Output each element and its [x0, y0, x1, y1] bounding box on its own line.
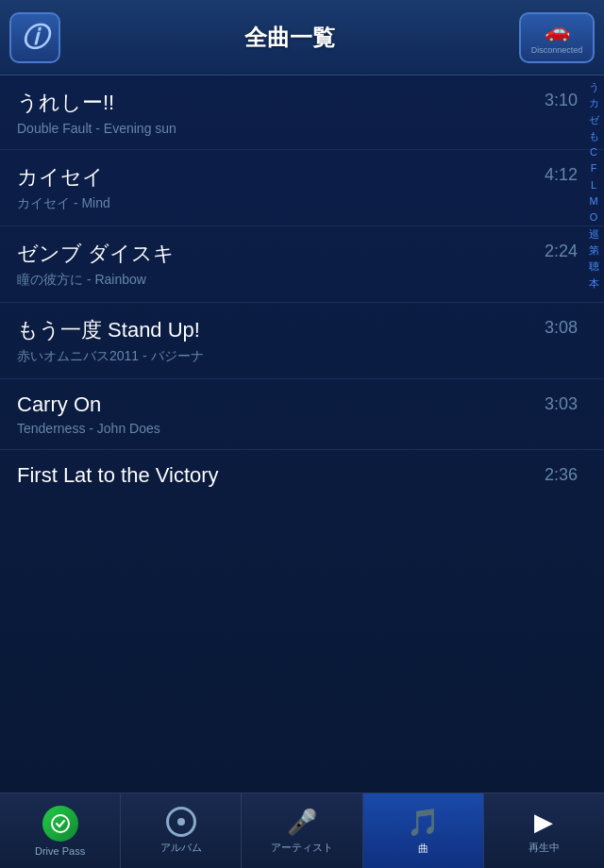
- microphone-icon: 🎤: [287, 808, 317, 837]
- song-title: Carry On: [17, 392, 578, 417]
- info-button[interactable]: ⓘ: [9, 12, 60, 63]
- tab-bar: Drive Pass アルバム 🎤 アーティスト 🎵 曲 ▶ 再生中: [0, 793, 604, 868]
- song-subtitle: カイセイ - Mind: [17, 195, 578, 212]
- song-duration: 4:12: [545, 165, 578, 185]
- music-note-icon: 🎵: [407, 807, 440, 838]
- tab-songs[interactable]: 🎵 曲: [363, 793, 484, 868]
- tab-nowplaying-label: 再生中: [528, 841, 560, 855]
- song-duration: 3:03: [545, 394, 578, 414]
- index-item[interactable]: 巡: [589, 227, 599, 241]
- table-row[interactable]: Carry On Tenderness - John Does 3:03: [0, 379, 604, 450]
- song-subtitle: Tenderness - John Does: [17, 421, 578, 436]
- song-title: ゼンブ ダイスキ: [17, 240, 578, 268]
- tab-songs-label: 曲: [418, 842, 428, 856]
- song-duration: 3:10: [545, 91, 578, 110]
- song-duration: 2:24: [545, 242, 578, 261]
- index-item[interactable]: 本: [589, 276, 599, 290]
- header: ⓘ 全曲一覧 🚗 Disconnected: [0, 0, 604, 75]
- index-item[interactable]: 第: [589, 243, 599, 257]
- album-icon: [166, 807, 196, 837]
- car-icon: 🚗: [545, 19, 570, 43]
- tab-artist[interactable]: 🎤 アーティスト: [242, 793, 362, 868]
- table-row[interactable]: うれしー!! Double Fault - Evening sun 3:10: [0, 75, 604, 150]
- index-item[interactable]: L: [591, 178, 596, 192]
- connection-status: Disconnected: [531, 45, 583, 56]
- index-item[interactable]: う: [589, 80, 599, 93]
- info-icon: ⓘ: [22, 20, 48, 56]
- index-item[interactable]: も: [589, 129, 599, 142]
- index-item[interactable]: 聴: [589, 259, 599, 273]
- tab-drivepass[interactable]: Drive Pass: [0, 793, 121, 868]
- play-icon: ▶: [534, 808, 553, 837]
- svg-point-0: [52, 815, 69, 832]
- song-title: カイセイ: [17, 163, 578, 192]
- tab-artist-label: アーティスト: [271, 841, 333, 855]
- car-connect-button[interactable]: 🚗 Disconnected: [519, 12, 595, 63]
- drivepass-icon: [42, 806, 78, 842]
- table-row[interactable]: もう一度 Stand Up! 赤いオムニバス2011 - バジーナ 3:08: [0, 303, 604, 379]
- tab-drivepass-label: Drive Pass: [35, 845, 85, 857]
- index-item[interactable]: F: [591, 161, 597, 175]
- song-subtitle: 赤いオムニバス2011 - バジーナ: [17, 348, 578, 365]
- index-item[interactable]: C: [590, 145, 597, 159]
- song-duration: 3:08: [545, 318, 578, 338]
- song-title: First Lat to the Victory: [17, 463, 578, 488]
- tab-album-label: アルバム: [160, 841, 202, 855]
- table-row[interactable]: ゼンブ ダイスキ 瞳の彼方に - Rainbow 2:24: [0, 226, 604, 303]
- index-item[interactable]: ゼ: [589, 113, 599, 126]
- page-title: 全曲一覧: [244, 23, 335, 53]
- tab-album[interactable]: アルバム: [121, 793, 242, 868]
- tab-nowplaying[interactable]: ▶ 再生中: [484, 793, 604, 868]
- song-title: もう一度 Stand Up!: [17, 316, 578, 344]
- table-row[interactable]: First Lat to the Victory 2:36: [0, 450, 604, 505]
- table-row[interactable]: カイセイ カイセイ - Mind 4:12: [0, 150, 604, 226]
- song-subtitle: 瞳の彼方に - Rainbow: [17, 272, 578, 289]
- index-item[interactable]: O: [590, 210, 598, 224]
- index-item[interactable]: M: [589, 194, 597, 208]
- song-duration: 2:36: [545, 465, 578, 485]
- song-subtitle: Double Fault - Evening sun: [17, 121, 578, 136]
- index-item[interactable]: カ: [589, 96, 599, 109]
- song-title: うれしー!!: [17, 89, 578, 117]
- song-list: う カ ゼ も C F L M O 巡 第 聴 本 うれしー!! Double …: [0, 75, 604, 793]
- index-sidebar: う カ ゼ も C F L M O 巡 第 聴 本: [583, 75, 604, 793]
